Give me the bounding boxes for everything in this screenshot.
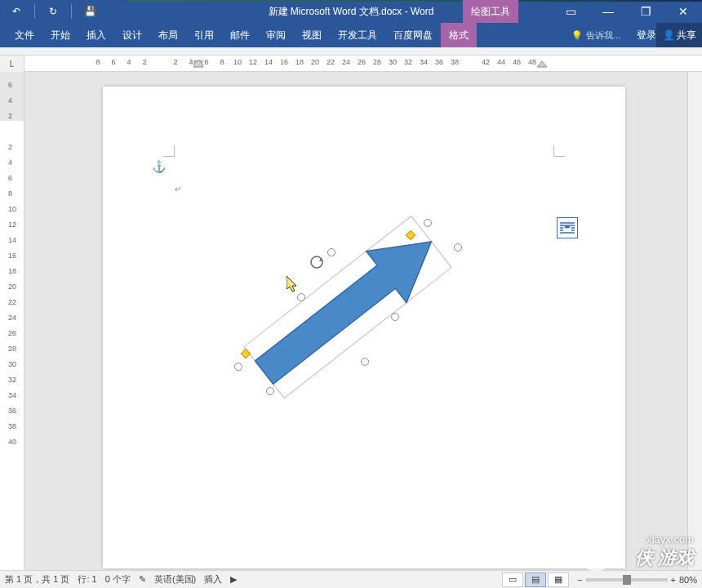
tab-insert[interactable]: 插入 [78,23,114,47]
tab-review[interactable]: 审阅 [258,23,294,47]
tab-mailings[interactable]: 邮件 [222,23,258,47]
ruler-tick: 36 [8,407,16,415]
ruler-tick: 36 [435,58,443,66]
ruler-tick: 32 [8,376,16,384]
status-insert-mode[interactable]: 插入 [204,573,222,586]
vertical-scrollbar[interactable] [687,72,702,570]
resize-handle[interactable] [327,248,335,256]
ruler-tick: 14 [8,236,16,244]
ruler-tick: 2 [8,143,12,151]
ribbon-collapsed-area [0,47,702,56]
rotate-handle[interactable] [309,255,324,270]
zoom-level[interactable]: 80% [679,575,697,585]
ruler-tick: 10 [233,58,242,66]
minimize-button[interactable]: — [589,0,627,23]
layout-options-button[interactable] [557,217,578,238]
margin-corner-tl [163,145,175,157]
ruler-tick: 26 [358,58,366,66]
close-button[interactable]: ✕ [664,0,702,23]
resize-handle[interactable] [361,358,369,366]
ruler-tick: 4 [189,58,193,66]
share-label: 共享 [677,29,696,42]
status-language[interactable]: 英语(美国) [154,573,196,586]
document-title: 新建 Microsoft Word 文档.docx - Word [269,5,434,19]
status-macro-icon[interactable]: ▶ [230,574,237,585]
ribbon-tabs: 文件 开始 插入 设计 布局 引用 邮件 审阅 视图 开发工具 百度网盘 格式 … [0,23,702,47]
ruler-tick: 4 [8,158,12,167]
arrow-shape-body[interactable] [244,216,451,398]
zoom-slider-thumb[interactable] [623,575,631,585]
redo-button[interactable]: ↻ [43,2,63,21]
svg-point-4 [311,256,322,268]
ruler-tick: 6 [8,174,12,182]
tab-layout[interactable]: 布局 [150,23,186,47]
ruler-tick: 6 [111,58,115,66]
ruler-tick: 20 [311,58,319,66]
svg-marker-6 [287,276,296,292]
tab-design[interactable]: 设计 [114,23,150,47]
window-controls: ▭ — ❐ ✕ [552,0,702,23]
document-page[interactable]: ⚓ ↵ [103,87,625,568]
ruler-tick: 42 [482,58,490,66]
resize-handle[interactable] [234,363,242,371]
ruler-tick: 28 [8,345,16,353]
ribbon-display-button[interactable]: ▭ [552,0,589,23]
status-page[interactable]: 第 1 页，共 1 页 [5,573,69,586]
ruler-tick: 4 [127,58,131,66]
hanging-indent-marker[interactable] [193,56,203,71]
resize-handle[interactable] [391,313,399,321]
ruler-tick: 12 [8,220,16,229]
ruler-tick: 12 [249,58,257,66]
tab-format[interactable]: 格式 [441,23,477,47]
tab-file[interactable]: 文件 [7,23,42,47]
ruler-tick: 8 [8,189,12,198]
separator [71,4,72,19]
ruler-tick: 14 [264,58,273,66]
anchor-icon[interactable]: ⚓ [152,160,166,173]
restore-button[interactable]: ❐ [627,0,664,23]
svg-marker-1 [193,60,203,67]
ruler-tick: 28 [373,58,381,66]
vertical-ruler[interactable]: 642246810121416182022242628303234363840 [0,72,24,570]
resize-handle[interactable] [266,387,274,395]
ruler-tick: 32 [404,58,412,66]
ruler-tick: 6 [204,58,208,66]
undo-button[interactable]: ↶ [7,2,26,21]
resize-handle[interactable] [424,219,432,227]
status-bar: 第 1 页，共 1 页 行: 1 0 个字 ✎ 英语(美国) 插入 ▶ ▭ ▤ … [0,570,702,588]
tell-me-search[interactable]: 💡 告诉我... [571,23,620,47]
view-print-layout[interactable]: ▤ [525,572,546,587]
status-line[interactable]: 行: 1 [78,573,96,586]
zoom-out-button[interactable]: − [577,575,582,585]
horizontal-ruler[interactable]: 8642246810121416182022242628303234363842… [24,56,702,71]
login-button[interactable]: 登录 [637,23,656,47]
tab-view[interactable]: 视图 [294,23,330,47]
zoom-in-button[interactable]: + [671,575,676,585]
tab-baidu[interactable]: 百度网盘 [385,23,441,47]
zoom-slider[interactable] [586,578,668,581]
page-scroll-area[interactable]: ⚓ ↵ [24,72,687,570]
ruler-tick: 2 [142,58,146,66]
status-words[interactable]: 0 个字 [105,573,131,586]
share-icon: 👤 [663,29,675,41]
ruler-tick: 6 [8,81,12,89]
arrow-shape-selected[interactable] [229,213,466,401]
drawing-tools-context-tab: 绘图工具 [463,0,518,23]
tab-selector[interactable]: L [0,56,24,72]
view-buttons: ▭ ▤ ▦ [502,572,569,587]
tell-me-label: 告诉我... [586,29,620,42]
view-read-mode[interactable]: ▭ [502,572,523,587]
tab-home[interactable]: 开始 [42,23,78,47]
view-web-layout[interactable]: ▦ [548,572,569,587]
share-button[interactable]: 👤 共享 [656,23,702,47]
status-proofing-icon[interactable]: ✎ [139,574,146,585]
tab-developer[interactable]: 开发工具 [330,23,385,47]
ruler-tick: 8 [96,58,100,66]
save-button[interactable]: 💾 [80,2,100,21]
ruler-tick: 2 [8,112,12,120]
right-indent-marker[interactable] [537,56,547,71]
resize-handle[interactable] [454,243,462,252]
margin-corner-tr [553,145,565,157]
ruler-tick: 38 [8,422,16,430]
tab-references[interactable]: 引用 [186,23,222,47]
